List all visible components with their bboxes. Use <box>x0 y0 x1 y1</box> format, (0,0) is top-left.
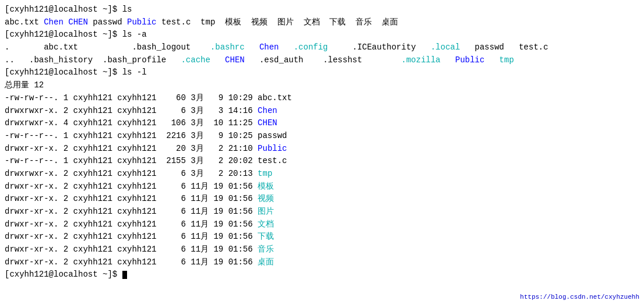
terminal-line: drwxrwxr-x. 2 cxyhh121 cxyhh121 6 3月 3 1… <box>5 105 639 118</box>
highlighted-item: tmp <box>258 169 272 178</box>
highlighted-item: 视频 <box>258 194 274 203</box>
highlighted-item: 桌面 <box>258 257 274 267</box>
plain-text: drwxr-xr-x. 2 cxyhh121 cxyhh121 6 11月 19… <box>5 182 258 191</box>
plain-text: 总用量 12 <box>5 80 44 90</box>
plain-text: -rw-rw-r--. 1 cxyhh121 cxyhh121 60 3月 9 … <box>5 93 292 102</box>
plain-text: drwxrwxr-x. 2 cxyhh121 cxyhh121 6 3月 3 1… <box>5 106 258 115</box>
terminal-line: drwxr-xr-x. 2 cxyhh121 cxyhh121 20 3月 2 … <box>5 143 639 155</box>
highlighted-item: .local <box>431 43 460 52</box>
highlighted-item: 下载 <box>258 232 274 241</box>
highlighted-dir: CHEN <box>258 118 277 128</box>
plain-text <box>441 55 455 65</box>
terminal-line: -rw-r--r--. 1 cxyhh121 cxyhh121 2155 3月 … <box>5 155 639 168</box>
terminal-cursor <box>122 271 127 279</box>
terminal-line: [cxyhh121@localhost ~]$ ls -l <box>5 66 639 79</box>
watermark: https://blog.csdn.net/cxyhzuehh <box>520 294 639 301</box>
highlighted-item: .mozilla <box>402 55 441 65</box>
terminal-line: . abc.txt .bash_logout .bashrc Chen .con… <box>5 41 639 54</box>
highlighted-dir: Public <box>127 17 156 27</box>
terminal-line: drwxr-xr-x. 2 cxyhh121 cxyhh121 6 11月 19… <box>5 193 639 206</box>
highlighted-item: .cache <box>181 55 210 65</box>
plain-text: drwxr-xr-x. 2 cxyhh121 cxyhh121 6 11月 19… <box>5 220 258 229</box>
terminal-line: .. .bash_history .bash_profile .cache CH… <box>5 54 639 67</box>
plain-text: -rw-r--r--. 1 cxyhh121 cxyhh121 2155 3月 … <box>5 156 287 165</box>
terminal-line: drwxrwxr-x. 4 cxyhh121 cxyhh121 106 3月 1… <box>5 117 639 130</box>
terminal-line: drwxrwxr-x. 2 cxyhh121 cxyhh121 6 3月 2 2… <box>5 168 639 181</box>
terminal-line: [cxyhh121@localhost ~]$ ls <box>5 3 639 16</box>
terminal-line: drwxr-xr-x. 2 cxyhh121 cxyhh121 6 11月 19… <box>5 256 639 269</box>
plain-text: drwxr-xr-x. 2 cxyhh121 cxyhh121 20 3月 2 … <box>5 144 258 153</box>
terminal-line: drwxr-xr-x. 2 cxyhh121 cxyhh121 6 11月 19… <box>5 181 639 193</box>
highlighted-item: tmp <box>484 55 513 65</box>
highlighted-item: 模板 <box>258 182 274 191</box>
terminal-line: abc.txt Chen CHEN passwd Public test.c t… <box>5 16 639 29</box>
highlighted-item: .config <box>294 43 328 52</box>
highlighted-dir: CHEN <box>225 55 245 65</box>
highlighted-item: .bashrc <box>210 43 245 52</box>
terminal-line: drwxr-xr-x. 2 cxyhh121 cxyhh121 6 11月 19… <box>5 218 639 231</box>
plain-text: .ICEauthority <box>328 43 431 52</box>
plain-text: drwxr-xr-x. 2 cxyhh121 cxyhh121 6 11月 19… <box>5 245 258 254</box>
plain-text: [cxyhh121@localhost ~]$ <box>5 270 122 279</box>
plain-text <box>210 55 225 65</box>
plain-text: drwxr-xr-x. 2 cxyhh121 cxyhh121 6 11月 19… <box>5 257 258 267</box>
terminal-line: drwxr-xr-x. 2 cxyhh121 cxyhh121 6 11月 19… <box>5 206 639 218</box>
highlighted-item: 文档 <box>258 220 274 229</box>
highlighted-dir: Public <box>258 144 287 153</box>
plain-text: passwd test.c <box>460 43 548 52</box>
plain-text: [cxyhh121@localhost ~]$ ls <box>5 5 132 14</box>
terminal-window: [cxyhh121@localhost ~]$ lsabc.txt Chen C… <box>5 3 639 281</box>
plain-text: drwxr-xr-x. 2 cxyhh121 cxyhh121 6 11月 19… <box>5 207 258 216</box>
terminal-line: -rw-r--r--. 1 cxyhh121 cxyhh121 2216 3月 … <box>5 130 639 143</box>
plain-text: [cxyhh121@localhost ~]$ ls -a <box>5 30 147 39</box>
plain-text: passwd <box>88 17 127 27</box>
plain-text: drwxrwxr-x. 2 cxyhh121 cxyhh121 6 3月 2 2… <box>5 169 258 178</box>
plain-text: drwxr-xr-x. 2 cxyhh121 cxyhh121 6 11月 19… <box>5 194 258 203</box>
terminal-line: [cxyhh121@localhost ~]$ ls -a <box>5 29 639 41</box>
terminal-line: drwxr-xr-x. 2 cxyhh121 cxyhh121 6 11月 19… <box>5 231 639 243</box>
highlighted-dir: Chen <box>44 17 64 27</box>
plain-text: abc.txt <box>5 17 44 27</box>
terminal-line: -rw-rw-r--. 1 cxyhh121 cxyhh121 60 3月 9 … <box>5 92 639 105</box>
highlighted-item: 图片 <box>258 207 274 216</box>
terminal-line: drwxr-xr-x. 2 cxyhh121 cxyhh121 6 11月 19… <box>5 243 639 256</box>
plain-text: .. .bash_history .bash_profile <box>5 55 181 65</box>
highlighted-item: 音乐 <box>258 245 274 254</box>
plain-text: .esd_auth .lesshst <box>245 55 402 65</box>
plain-text: [cxyhh121@localhost ~]$ ls -l <box>5 68 147 77</box>
terminal-line: [cxyhh121@localhost ~]$ <box>5 268 639 281</box>
highlighted-dir: Public <box>455 55 484 65</box>
plain-text <box>64 17 68 27</box>
plain-text: drwxr-xr-x. 2 cxyhh121 cxyhh121 6 11月 19… <box>5 232 258 241</box>
highlighted-dir: CHEN <box>68 17 88 27</box>
highlighted-dir: Chen <box>258 106 277 115</box>
plain-text: . abc.txt .bash_logout <box>5 43 210 52</box>
plain-text: drwxrwxr-x. 4 cxyhh121 cxyhh121 106 3月 1… <box>5 118 258 128</box>
plain-text: -rw-r--r--. 1 cxyhh121 cxyhh121 2216 3月 … <box>5 131 287 140</box>
terminal-line: 总用量 12 <box>5 79 639 92</box>
highlighted-dir: Chen <box>245 43 294 52</box>
plain-text: test.c tmp 模板 视频 图片 文档 下载 音乐 桌面 <box>156 17 397 27</box>
